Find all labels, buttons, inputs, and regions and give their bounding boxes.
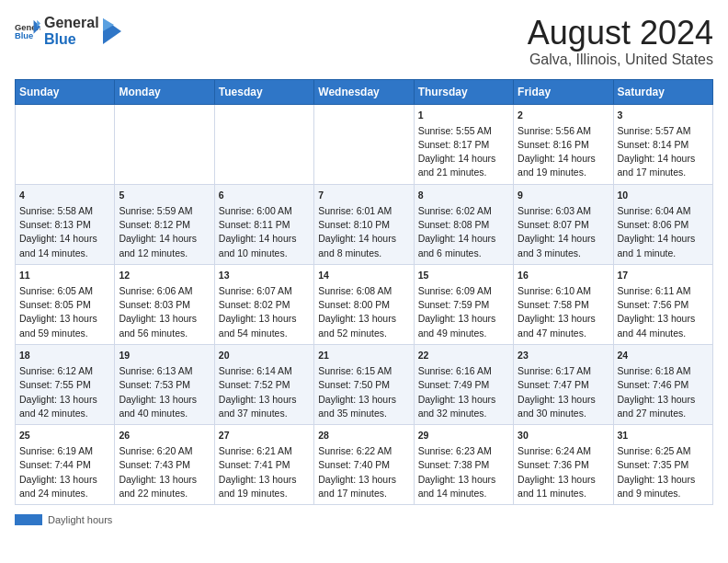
cell-text: Daylight: 14 hours <box>618 153 696 164</box>
footer: Daylight hours <box>15 514 713 525</box>
cell-text: and 14 minutes. <box>19 247 88 259</box>
calendar-cell: 25Sunrise: 6:19 AMSunset: 7:44 PMDayligh… <box>16 424 115 504</box>
cell-text: and 24 minutes. <box>19 488 88 499</box>
cell-text: Daylight: 14 hours <box>119 233 197 244</box>
calendar-cell: 2Sunrise: 5:56 AMSunset: 8:16 PMDaylight… <box>514 104 613 184</box>
cell-text: Sunrise: 6:23 AM <box>418 445 492 456</box>
cell-text: Sunrise: 6:12 AM <box>19 365 93 376</box>
calendar-cell <box>115 104 214 184</box>
day-number: 13 <box>219 269 310 282</box>
day-number: 22 <box>418 349 509 362</box>
cell-text: Sunrise: 6:09 AM <box>418 285 492 296</box>
day-number: 5 <box>119 189 210 202</box>
cell-text: Sunrise: 6:08 AM <box>318 285 392 296</box>
calendar-cell: 18Sunrise: 6:12 AMSunset: 7:55 PMDayligh… <box>16 344 115 424</box>
cell-text: Sunset: 8:03 PM <box>119 299 190 310</box>
cell-text: Daylight: 13 hours <box>19 474 97 485</box>
calendar-cell: 11Sunrise: 6:05 AMSunset: 8:05 PMDayligh… <box>16 264 115 344</box>
cell-text: Sunrise: 6:18 AM <box>618 365 691 376</box>
calendar-cell: 26Sunrise: 6:20 AMSunset: 7:43 PMDayligh… <box>115 424 214 504</box>
calendar-header: Sunday Monday Tuesday Wednesday Thursday… <box>16 79 713 104</box>
cell-text: Daylight: 13 hours <box>219 474 297 485</box>
cell-text: and 14 minutes. <box>418 488 487 499</box>
calendar-cell: 29Sunrise: 6:23 AMSunset: 7:38 PMDayligh… <box>414 424 513 504</box>
day-number: 23 <box>518 349 609 362</box>
cell-text: Daylight: 14 hours <box>318 233 396 244</box>
cell-text: and 52 minutes. <box>318 327 387 339</box>
cell-text: Daylight: 14 hours <box>19 233 97 244</box>
calendar-cell: 28Sunrise: 6:22 AMSunset: 7:40 PMDayligh… <box>314 424 414 504</box>
day-number: 26 <box>119 429 210 442</box>
cell-text: Sunset: 8:17 PM <box>418 139 490 150</box>
col-friday: Friday <box>514 79 613 104</box>
cell-text: and 22 minutes. <box>119 488 188 499</box>
cell-text: and 11 minutes. <box>518 488 586 499</box>
title-block: August 2024 Galva, Illinois, United Stat… <box>528 15 713 68</box>
cell-text: and 49 minutes. <box>418 327 487 339</box>
cell-text: Sunrise: 6:10 AM <box>518 285 591 296</box>
calendar-week-1: 1Sunrise: 5:55 AMSunset: 8:17 PMDaylight… <box>16 104 713 184</box>
cell-text: Sunrise: 6:03 AM <box>518 205 591 216</box>
logo-arrow-icon <box>103 18 121 44</box>
calendar-cell: 30Sunrise: 6:24 AMSunset: 7:36 PMDayligh… <box>514 424 613 504</box>
cell-text: Daylight: 14 hours <box>518 153 596 164</box>
cell-text: Sunset: 8:11 PM <box>219 219 290 230</box>
cell-text: Sunset: 7:49 PM <box>418 379 490 390</box>
cell-text: Sunset: 7:53 PM <box>119 379 190 390</box>
cell-text: Sunset: 7:35 PM <box>618 459 689 470</box>
col-wednesday: Wednesday <box>314 79 414 104</box>
page-subtitle: Galva, Illinois, United States <box>528 52 713 68</box>
calendar-body: 1Sunrise: 5:55 AMSunset: 8:17 PMDaylight… <box>16 104 713 504</box>
day-number: 17 <box>618 269 709 282</box>
cell-text: Daylight: 13 hours <box>318 474 396 485</box>
cell-text: Daylight: 13 hours <box>119 394 197 405</box>
cell-text: Sunrise: 6:17 AM <box>518 365 591 376</box>
cell-text: Sunrise: 5:58 AM <box>19 205 93 216</box>
day-number: 29 <box>418 429 509 442</box>
calendar-week-5: 25Sunrise: 6:19 AMSunset: 7:44 PMDayligh… <box>16 424 713 504</box>
col-tuesday: Tuesday <box>214 79 313 104</box>
cell-text: Daylight: 14 hours <box>618 233 696 244</box>
calendar-cell: 19Sunrise: 6:13 AMSunset: 7:53 PMDayligh… <box>115 344 214 424</box>
cell-text: Sunset: 8:07 PM <box>518 219 589 230</box>
cell-text: and 17 minutes. <box>618 167 687 178</box>
cell-text: and 44 minutes. <box>618 327 687 339</box>
cell-text: and 3 minutes. <box>518 247 581 259</box>
calendar-cell: 17Sunrise: 6:11 AMSunset: 7:56 PMDayligh… <box>613 264 712 344</box>
cell-text: Sunset: 7:58 PM <box>518 299 589 310</box>
calendar-cell <box>314 104 414 184</box>
day-number: 10 <box>618 189 709 202</box>
cell-text: Daylight: 13 hours <box>518 394 596 405</box>
cell-text: Sunrise: 5:55 AM <box>418 125 492 136</box>
cell-text: Daylight: 13 hours <box>418 313 496 324</box>
day-number: 25 <box>19 429 110 442</box>
day-number: 7 <box>318 189 409 202</box>
cell-text: Sunset: 7:55 PM <box>19 379 91 390</box>
col-monday: Monday <box>115 79 214 104</box>
cell-text: and 47 minutes. <box>518 327 586 339</box>
cell-text: Sunrise: 6:21 AM <box>219 445 292 456</box>
calendar-cell: 13Sunrise: 6:07 AMSunset: 8:02 PMDayligh… <box>214 264 313 344</box>
cell-text: Sunset: 7:40 PM <box>318 459 390 470</box>
calendar-cell <box>16 104 115 184</box>
cell-text: Daylight: 13 hours <box>518 474 596 485</box>
calendar-cell: 31Sunrise: 6:25 AMSunset: 7:35 PMDayligh… <box>613 424 712 504</box>
cell-text: Sunset: 7:46 PM <box>618 379 689 390</box>
cell-text: and 59 minutes. <box>19 327 88 339</box>
day-number: 27 <box>219 429 310 442</box>
cell-text: Daylight: 13 hours <box>219 394 297 405</box>
cell-text: Sunset: 7:44 PM <box>19 459 91 470</box>
day-number: 11 <box>19 269 110 282</box>
cell-text: Sunset: 8:02 PM <box>219 299 290 310</box>
header-row: Sunday Monday Tuesday Wednesday Thursday… <box>16 79 713 104</box>
day-number: 24 <box>618 349 709 362</box>
day-number: 2 <box>518 109 609 122</box>
day-number: 31 <box>618 429 709 442</box>
calendar-cell: 27Sunrise: 6:21 AMSunset: 7:41 PMDayligh… <box>214 424 313 504</box>
page-title: August 2024 <box>528 15 713 52</box>
calendar-table: Sunday Monday Tuesday Wednesday Thursday… <box>15 79 713 505</box>
cell-text: Sunrise: 6:01 AM <box>318 205 392 216</box>
cell-text: Sunrise: 5:57 AM <box>618 125 691 136</box>
day-number: 28 <box>318 429 409 442</box>
cell-text: and 54 minutes. <box>219 327 288 339</box>
